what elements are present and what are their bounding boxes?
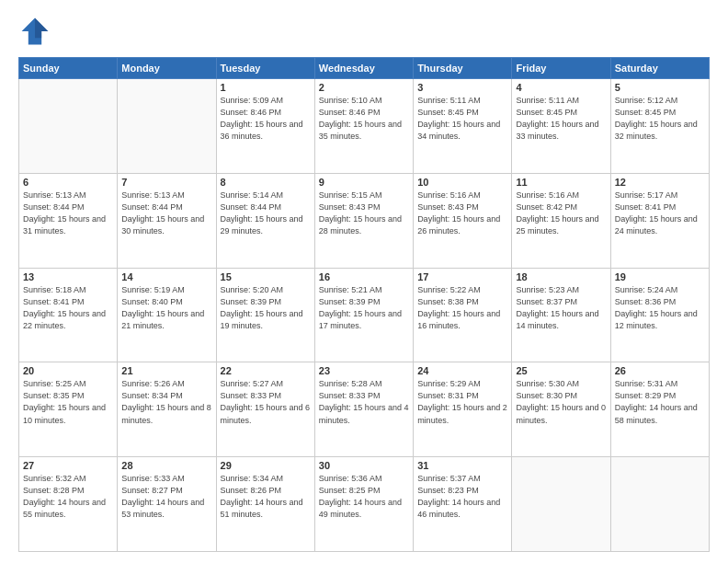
calendar-week-3: 13Sunrise: 5:18 AMSunset: 8:41 PMDayligh… — [19, 268, 710, 362]
day-number: 30 — [319, 460, 409, 471]
day-info: Sunrise: 5:20 AMSunset: 8:39 PMDaylight:… — [221, 284, 311, 332]
day-number: 25 — [516, 365, 606, 376]
calendar-cell: 2Sunrise: 5:10 AMSunset: 8:46 PMDaylight… — [314, 79, 413, 174]
page: SundayMondayTuesdayWednesdayThursdayFrid… — [0, 0, 728, 563]
calendar-week-2: 6Sunrise: 5:13 AMSunset: 8:44 PMDaylight… — [19, 173, 710, 268]
calendar-cell: 15Sunrise: 5:20 AMSunset: 8:39 PMDayligh… — [216, 268, 314, 362]
day-number: 3 — [417, 82, 507, 93]
day-number: 20 — [23, 365, 113, 376]
day-info: Sunrise: 5:37 AMSunset: 8:23 PMDaylight:… — [417, 473, 507, 521]
day-header-saturday: Saturday — [610, 58, 709, 79]
calendar-cell: 7Sunrise: 5:13 AMSunset: 8:44 PMDaylight… — [118, 173, 216, 268]
calendar-cell: 9Sunrise: 5:15 AMSunset: 8:43 PMDaylight… — [314, 173, 413, 268]
calendar-cell: 10Sunrise: 5:16 AMSunset: 8:43 PMDayligh… — [414, 173, 512, 268]
svg-marker-1 — [35, 18, 48, 39]
calendar-cell: 11Sunrise: 5:16 AMSunset: 8:42 PMDayligh… — [512, 173, 610, 268]
day-header-tuesday: Tuesday — [216, 58, 314, 79]
calendar-cell: 29Sunrise: 5:34 AMSunset: 8:26 PMDayligh… — [216, 457, 314, 552]
calendar-cell — [19, 79, 118, 174]
day-info: Sunrise: 5:18 AMSunset: 8:41 PMDaylight:… — [23, 284, 113, 332]
day-info: Sunrise: 5:23 AMSunset: 8:37 PMDaylight:… — [516, 284, 606, 332]
calendar-cell: 3Sunrise: 5:11 AMSunset: 8:45 PMDaylight… — [414, 79, 512, 174]
calendar-cell — [512, 457, 610, 552]
day-number: 9 — [319, 177, 409, 188]
day-number: 13 — [23, 271, 113, 282]
calendar-cell: 12Sunrise: 5:17 AMSunset: 8:41 PMDayligh… — [610, 173, 709, 268]
calendar-cell: 27Sunrise: 5:32 AMSunset: 8:28 PMDayligh… — [19, 457, 118, 552]
day-info: Sunrise: 5:13 AMSunset: 8:44 PMDaylight:… — [23, 190, 113, 237]
day-number: 2 — [319, 82, 409, 93]
calendar-header-row: SundayMondayTuesdayWednesdayThursdayFrid… — [19, 58, 710, 79]
calendar-cell: 20Sunrise: 5:25 AMSunset: 8:35 PMDayligh… — [19, 362, 118, 457]
calendar-cell: 24Sunrise: 5:29 AMSunset: 8:31 PMDayligh… — [414, 362, 512, 457]
day-number: 21 — [121, 365, 211, 376]
calendar-cell: 26Sunrise: 5:31 AMSunset: 8:29 PMDayligh… — [610, 362, 709, 457]
day-info: Sunrise: 5:25 AMSunset: 8:35 PMDaylight:… — [23, 378, 113, 426]
day-number: 15 — [221, 271, 311, 282]
day-info: Sunrise: 5:11 AMSunset: 8:45 PMDaylight:… — [516, 95, 606, 143]
day-number: 14 — [121, 271, 211, 282]
calendar-cell — [118, 79, 216, 174]
day-info: Sunrise: 5:32 AMSunset: 8:28 PMDaylight:… — [23, 473, 113, 521]
day-info: Sunrise: 5:21 AMSunset: 8:39 PMDaylight:… — [319, 284, 409, 332]
day-number: 17 — [417, 271, 507, 282]
day-info: Sunrise: 5:16 AMSunset: 8:42 PMDaylight:… — [516, 190, 606, 237]
day-number: 29 — [221, 460, 311, 471]
day-info: Sunrise: 5:24 AMSunset: 8:36 PMDaylight:… — [615, 284, 705, 332]
day-info: Sunrise: 5:27 AMSunset: 8:33 PMDaylight:… — [221, 378, 311, 426]
day-header-friday: Friday — [512, 58, 610, 79]
calendar-cell: 31Sunrise: 5:37 AMSunset: 8:23 PMDayligh… — [414, 457, 512, 552]
logo-icon — [18, 15, 51, 48]
calendar-table: SundayMondayTuesdayWednesdayThursdayFrid… — [18, 57, 710, 552]
day-number: 5 — [615, 82, 705, 93]
day-number: 11 — [516, 177, 606, 188]
day-info: Sunrise: 5:29 AMSunset: 8:31 PMDaylight:… — [417, 378, 507, 426]
calendar-cell: 14Sunrise: 5:19 AMSunset: 8:40 PMDayligh… — [118, 268, 216, 362]
day-info: Sunrise: 5:36 AMSunset: 8:25 PMDaylight:… — [319, 473, 409, 521]
day-number: 8 — [221, 177, 311, 188]
calendar-cell: 18Sunrise: 5:23 AMSunset: 8:37 PMDayligh… — [512, 268, 610, 362]
day-info: Sunrise: 5:30 AMSunset: 8:30 PMDaylight:… — [516, 378, 606, 426]
calendar-cell: 28Sunrise: 5:33 AMSunset: 8:27 PMDayligh… — [118, 457, 216, 552]
calendar-cell: 23Sunrise: 5:28 AMSunset: 8:33 PMDayligh… — [314, 362, 413, 457]
day-number: 7 — [121, 177, 211, 188]
calendar-cell: 5Sunrise: 5:12 AMSunset: 8:45 PMDaylight… — [610, 79, 709, 174]
calendar-week-5: 27Sunrise: 5:32 AMSunset: 8:28 PMDayligh… — [19, 457, 710, 552]
day-info: Sunrise: 5:33 AMSunset: 8:27 PMDaylight:… — [121, 473, 211, 521]
day-number: 6 — [23, 177, 113, 188]
calendar-cell: 17Sunrise: 5:22 AMSunset: 8:38 PMDayligh… — [414, 268, 512, 362]
calendar-cell: 25Sunrise: 5:30 AMSunset: 8:30 PMDayligh… — [512, 362, 610, 457]
calendar-week-1: 1Sunrise: 5:09 AMSunset: 8:46 PMDaylight… — [19, 79, 710, 174]
day-number: 12 — [615, 177, 705, 188]
day-info: Sunrise: 5:11 AMSunset: 8:45 PMDaylight:… — [417, 95, 507, 143]
day-number: 28 — [121, 460, 211, 471]
day-info: Sunrise: 5:10 AMSunset: 8:46 PMDaylight:… — [319, 95, 409, 143]
day-info: Sunrise: 5:26 AMSunset: 8:34 PMDaylight:… — [121, 378, 211, 426]
day-info: Sunrise: 5:14 AMSunset: 8:44 PMDaylight:… — [221, 190, 311, 237]
calendar-cell: 22Sunrise: 5:27 AMSunset: 8:33 PMDayligh… — [216, 362, 314, 457]
calendar-week-4: 20Sunrise: 5:25 AMSunset: 8:35 PMDayligh… — [19, 362, 710, 457]
header — [18, 15, 710, 48]
day-number: 27 — [23, 460, 113, 471]
calendar-cell: 8Sunrise: 5:14 AMSunset: 8:44 PMDaylight… — [216, 173, 314, 268]
day-info: Sunrise: 5:34 AMSunset: 8:26 PMDaylight:… — [221, 473, 311, 521]
day-info: Sunrise: 5:16 AMSunset: 8:43 PMDaylight:… — [417, 190, 507, 237]
day-number: 16 — [319, 271, 409, 282]
day-info: Sunrise: 5:09 AMSunset: 8:46 PMDaylight:… — [221, 95, 311, 143]
calendar-cell — [610, 457, 709, 552]
calendar-cell: 16Sunrise: 5:21 AMSunset: 8:39 PMDayligh… — [314, 268, 413, 362]
calendar-cell: 4Sunrise: 5:11 AMSunset: 8:45 PMDaylight… — [512, 79, 610, 174]
day-info: Sunrise: 5:15 AMSunset: 8:43 PMDaylight:… — [319, 190, 409, 237]
day-header-sunday: Sunday — [19, 58, 118, 79]
day-number: 18 — [516, 271, 606, 282]
calendar-cell: 1Sunrise: 5:09 AMSunset: 8:46 PMDaylight… — [216, 79, 314, 174]
calendar-cell: 19Sunrise: 5:24 AMSunset: 8:36 PMDayligh… — [610, 268, 709, 362]
calendar-cell: 6Sunrise: 5:13 AMSunset: 8:44 PMDaylight… — [19, 173, 118, 268]
day-info: Sunrise: 5:12 AMSunset: 8:45 PMDaylight:… — [615, 95, 705, 143]
day-info: Sunrise: 5:22 AMSunset: 8:38 PMDaylight:… — [417, 284, 507, 332]
day-number: 23 — [319, 365, 409, 376]
day-number: 24 — [417, 365, 507, 376]
day-number: 1 — [221, 82, 311, 93]
day-header-thursday: Thursday — [414, 58, 512, 79]
day-number: 26 — [615, 365, 705, 376]
